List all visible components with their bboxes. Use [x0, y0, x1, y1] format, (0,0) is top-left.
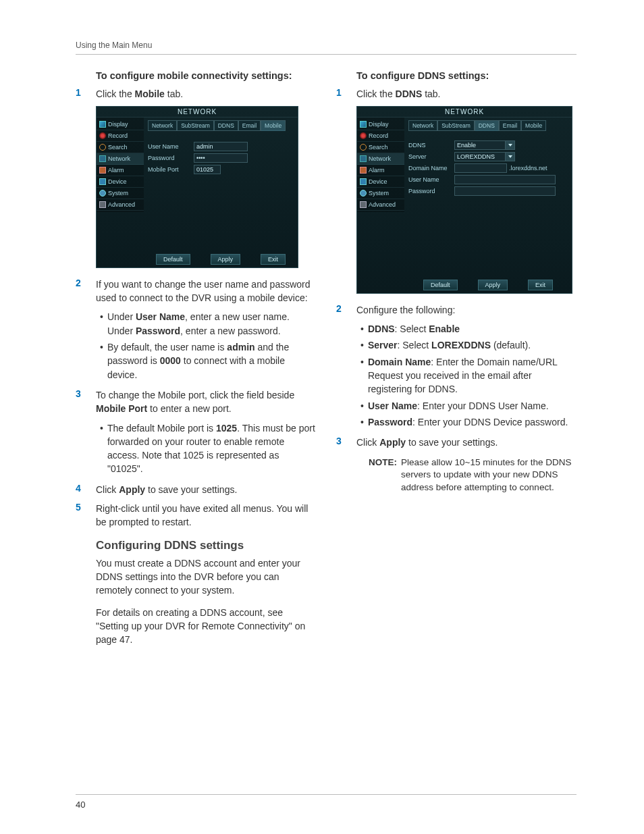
exit-button[interactable]: Exit: [261, 254, 286, 265]
sidebar-item-search[interactable]: Search: [357, 142, 404, 153]
dvr-tabs: Network SubStream DDNS Email Mobile: [148, 120, 294, 131]
subheading-ddns: Configuring DDNS settings: [96, 539, 316, 552]
sidebar-item-network[interactable]: Network: [97, 153, 144, 165]
tab-substream[interactable]: SubStream: [437, 120, 475, 131]
paragraph: For details on creating a DDNS account, …: [96, 606, 316, 647]
select-ddns[interactable]: Enable: [454, 140, 506, 150]
step-number: 4: [76, 483, 96, 494]
running-head: Using the Main Menu: [76, 41, 576, 50]
label-ddns: DDNS: [408, 142, 454, 149]
step-number: 3: [76, 388, 96, 399]
sidebar-item-alarm[interactable]: Alarm: [97, 165, 144, 176]
screenshot-mobile: NETWORK Display Record Search Network Al…: [96, 106, 298, 268]
chevron-down-icon[interactable]: [506, 152, 515, 161]
default-button[interactable]: Default: [156, 254, 190, 265]
step-number: 2: [336, 303, 356, 314]
select-server[interactable]: LOREXDDNS: [454, 152, 506, 161]
tab-email[interactable]: Email: [238, 120, 261, 131]
bullet-text: Server: Select LOREXDDNS (default).: [368, 338, 576, 352]
device-icon: [99, 178, 106, 185]
sidebar-item-system[interactable]: System: [357, 188, 404, 199]
input-password[interactable]: [454, 186, 556, 196]
step-text: Configure the following:: [356, 303, 576, 317]
input-username[interactable]: admin: [194, 142, 248, 151]
label-mobile-port: Mobile Port: [148, 166, 194, 173]
dvr-title: NETWORK: [97, 107, 298, 118]
network-icon: [99, 155, 106, 162]
step-number: 1: [76, 87, 96, 98]
input-domain[interactable]: [454, 163, 507, 173]
label-domain: Domain Name: [408, 165, 454, 172]
alarm-icon: [360, 167, 367, 174]
sidebar-item-advanced[interactable]: Advanced: [357, 199, 404, 211]
step-text: Click Apply to save your settings.: [356, 436, 576, 449]
network-icon: [360, 155, 367, 162]
note: NOTE: Please allow 10~15 minutes for the…: [369, 457, 576, 495]
dvr-tabs: Network SubStream DDNS Email Mobile: [408, 120, 568, 131]
tab-substream[interactable]: SubStream: [177, 120, 214, 131]
step-number: 3: [336, 436, 356, 446]
step-text: Click Apply to save your settings.: [96, 483, 316, 496]
sidebar-item-system[interactable]: System: [97, 188, 144, 199]
system-icon: [99, 190, 106, 197]
bullet-text: The default Mobile port is 1025. This mu…: [107, 421, 316, 476]
sidebar-item-display[interactable]: Display: [97, 119, 144, 130]
heading-ddns: To configure DDNS settings:: [356, 70, 576, 83]
input-password[interactable]: ••••: [194, 153, 248, 163]
input-username[interactable]: [454, 175, 556, 184]
left-column: To configure mobile connectivity setting…: [76, 70, 316, 654]
alarm-icon: [99, 167, 106, 174]
note-body: Please allow 10~15 minutes for the DDNS …: [401, 457, 576, 495]
input-mobile-port[interactable]: 01025: [194, 165, 221, 174]
bullet-text: Domain Name: Enter the Domain name/URL R…: [368, 355, 576, 396]
heading-mobile: To configure mobile connectivity setting…: [96, 70, 316, 83]
header-divider: [76, 54, 576, 55]
sidebar-item-display[interactable]: Display: [357, 119, 404, 130]
right-column: To configure DDNS settings: 1 Click the …: [336, 70, 576, 654]
tab-mobile[interactable]: Mobile: [261, 120, 286, 131]
tab-network[interactable]: Network: [408, 120, 437, 131]
sidebar-item-network[interactable]: Network: [357, 153, 404, 165]
bullet-text: DDNS: Select Enable: [368, 322, 576, 336]
tab-email[interactable]: Email: [499, 120, 521, 131]
bullet-text: User Name: Enter your DDNS User Name.: [368, 399, 576, 413]
sidebar-item-search[interactable]: Search: [97, 142, 144, 153]
sidebar-item-device[interactable]: Device: [357, 176, 404, 188]
tab-network[interactable]: Network: [148, 120, 177, 131]
paragraph: You must create a DDNS account and enter…: [96, 556, 316, 598]
step-number: 2: [76, 278, 96, 288]
step-text: To change the Mobile port, click the fie…: [96, 388, 316, 416]
note-label: NOTE:: [369, 457, 397, 495]
dvr-sidebar: Display Record Search Network Alarm Devi…: [97, 118, 144, 212]
sidebar-item-record[interactable]: Record: [97, 130, 144, 142]
sidebar-item-device[interactable]: Device: [97, 176, 144, 188]
bullet-text: Password: Enter your DDNS Device passwor…: [368, 415, 576, 429]
display-icon: [99, 121, 106, 128]
screenshot-ddns: NETWORK Display Record Search Network Al…: [356, 106, 572, 294]
step-text: Right-click until you have exited all me…: [96, 502, 316, 529]
tab-ddns[interactable]: DDNS: [475, 120, 499, 131]
exit-button[interactable]: Exit: [528, 280, 553, 290]
step-number: 1: [336, 87, 356, 98]
record-icon: [99, 132, 106, 139]
label-password: Password: [148, 155, 194, 161]
tab-mobile[interactable]: Mobile: [521, 120, 546, 131]
bullet-text: By default, the user name is admin and t…: [107, 340, 316, 382]
tab-ddns[interactable]: DDNS: [214, 120, 238, 131]
record-icon: [360, 132, 367, 139]
label-password: Password: [408, 188, 454, 194]
advanced-icon: [99, 201, 106, 208]
dvr-title: NETWORK: [357, 107, 572, 118]
default-button[interactable]: Default: [423, 280, 458, 290]
apply-button[interactable]: Apply: [478, 280, 508, 290]
sidebar-item-record[interactable]: Record: [357, 130, 404, 142]
chevron-down-icon[interactable]: [506, 140, 515, 150]
step-text: If you want to change the user name and …: [96, 278, 316, 305]
advanced-icon: [360, 201, 367, 208]
sidebar-item-advanced[interactable]: Advanced: [97, 199, 144, 211]
apply-button[interactable]: Apply: [211, 254, 241, 265]
sidebar-item-alarm[interactable]: Alarm: [357, 165, 404, 176]
step-text: Click the Mobile tab.: [96, 87, 316, 101]
label-username: User Name: [408, 176, 454, 183]
dvr-sidebar: Display Record Search Network Alarm Devi…: [357, 118, 404, 212]
